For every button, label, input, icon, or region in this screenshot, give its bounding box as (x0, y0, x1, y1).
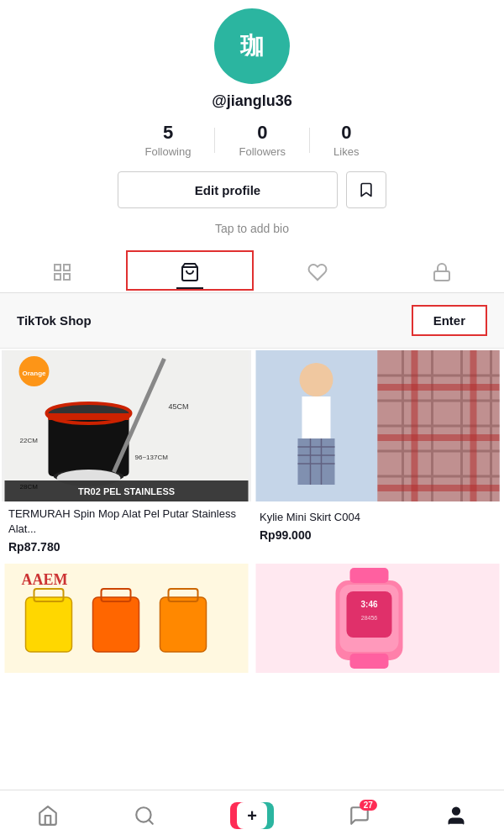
svg-rect-61 (350, 568, 389, 583)
svg-rect-0 (55, 265, 60, 270)
profile-icon (445, 805, 467, 827)
svg-rect-51 (93, 597, 139, 652)
likes-label: Likes (333, 145, 359, 158)
grid-icon (52, 262, 72, 282)
svg-point-65 (452, 807, 459, 815)
svg-rect-45 (412, 350, 418, 501)
svg-text:3:46: 3:46 (360, 600, 377, 609)
product-title-skirt: Kylie Mini Skirt C004 (260, 510, 496, 525)
bottom-nav: + 27 (0, 790, 504, 840)
following-count: 5 (163, 122, 173, 144)
svg-text:28456: 28456 (361, 615, 378, 621)
product-title-mop: TERMURAH Spin Mop Alat Pel Putar Stainle… (8, 507, 244, 537)
scrollable-content[interactable]: 珈 @jianglu36 5 Following 0 Followers 0 L… (0, 0, 504, 790)
nav-profile[interactable] (445, 805, 467, 827)
shop-banner: TikTok Shop Enter (0, 293, 504, 349)
following-label: Following (145, 145, 192, 158)
mop-product-image: Orange 45CM 96~137CM 22CM 28 (2, 350, 251, 501)
plus-icon: + (247, 807, 257, 824)
svg-text:45CM: 45CM (169, 402, 189, 411)
action-buttons: Edit profile (118, 171, 386, 208)
watch-product-image: 3:46 28456 (253, 564, 502, 676)
nav-messages[interactable]: 27 (349, 805, 370, 827)
product-card-skirt[interactable]: Kylie Mini Skirt C004 Rp99.000 (253, 350, 502, 562)
products-grid: Orange 45CM 96~137CM 22CM 28 (0, 349, 504, 678)
svg-rect-49 (26, 597, 72, 652)
bookmark-icon (358, 181, 375, 198)
edit-profile-button[interactable]: Edit profile (118, 171, 338, 208)
followers-count: 0 (257, 122, 267, 144)
product-card-bag[interactable]: AAEM (2, 564, 251, 676)
svg-rect-53 (160, 597, 207, 652)
svg-text:96~137CM: 96~137CM (135, 454, 169, 461)
avatar-text: 珈 (240, 30, 264, 62)
svg-rect-46 (470, 350, 477, 501)
search-icon (134, 805, 155, 827)
tab-shop[interactable] (126, 250, 254, 291)
nav-home[interactable] (37, 805, 59, 827)
tabs-row (0, 249, 504, 293)
stat-following[interactable]: 5 Following (122, 122, 215, 158)
likes-count: 0 (341, 122, 351, 144)
svg-text:AAEM: AAEM (22, 571, 68, 588)
product-price-mop: Rp87.780 (8, 540, 244, 554)
avatar[interactable]: 珈 (214, 8, 290, 84)
heart-icon (307, 262, 328, 282)
tab-liked[interactable] (255, 249, 380, 292)
profile-section: 珈 @jianglu36 5 Following 0 Followers 0 L… (0, 0, 504, 249)
svg-rect-44 (378, 485, 500, 491)
tab-locked[interactable] (380, 249, 504, 292)
product-card-mop[interactable]: Orange 45CM 96~137CM 22CM 28 (2, 350, 251, 562)
svg-rect-5 (434, 271, 449, 281)
svg-rect-25 (298, 438, 335, 485)
tab-underline (176, 287, 203, 289)
product-card-watch[interactable]: 3:46 28456 (253, 564, 502, 676)
bookmark-button[interactable] (346, 171, 386, 208)
svg-rect-2 (55, 274, 60, 280)
product-info-skirt: Kylie Mini Skirt C004 Rp99.000 (253, 505, 502, 550)
product-info-mop: TERMURAH Spin Mop Alat Pel Putar Stainle… (2, 501, 251, 562)
svg-rect-13 (49, 413, 129, 420)
svg-text:Orange: Orange (22, 370, 46, 377)
svg-text:TR02  PEL STAINLESS: TR02 PEL STAINLESS (78, 486, 175, 496)
stats-row: 5 Following 0 Followers 0 Likes (122, 122, 383, 158)
svg-rect-3 (64, 274, 70, 280)
skirt-product-image (253, 350, 502, 505)
stat-likes[interactable]: 0 Likes (310, 122, 382, 158)
nav-spacer (0, 678, 504, 728)
bag-product-image: AAEM (2, 564, 251, 676)
product-price-skirt: Rp99.000 (260, 528, 496, 542)
shop-label: TikTok Shop (17, 313, 92, 328)
svg-point-23 (300, 363, 333, 396)
shop-icon (180, 262, 200, 282)
tab-grid[interactable] (0, 249, 124, 292)
svg-rect-24 (302, 396, 331, 438)
svg-rect-43 (378, 434, 500, 441)
svg-line-64 (149, 820, 153, 824)
svg-rect-62 (350, 654, 389, 669)
messages-badge: 27 (360, 800, 377, 811)
stat-followers[interactable]: 0 Followers (215, 122, 309, 158)
svg-text:22CM: 22CM (20, 437, 39, 444)
bio-placeholder[interactable]: Tap to add bio (215, 222, 289, 235)
home-icon (37, 805, 59, 827)
followers-label: Followers (239, 145, 286, 158)
lock-icon (432, 262, 452, 282)
nav-search[interactable] (134, 805, 155, 827)
svg-rect-42 (378, 384, 500, 391)
username: @jianglu36 (212, 92, 292, 110)
enter-button[interactable]: Enter (412, 305, 487, 336)
svg-rect-1 (64, 265, 70, 270)
nav-add[interactable]: + (230, 802, 274, 829)
